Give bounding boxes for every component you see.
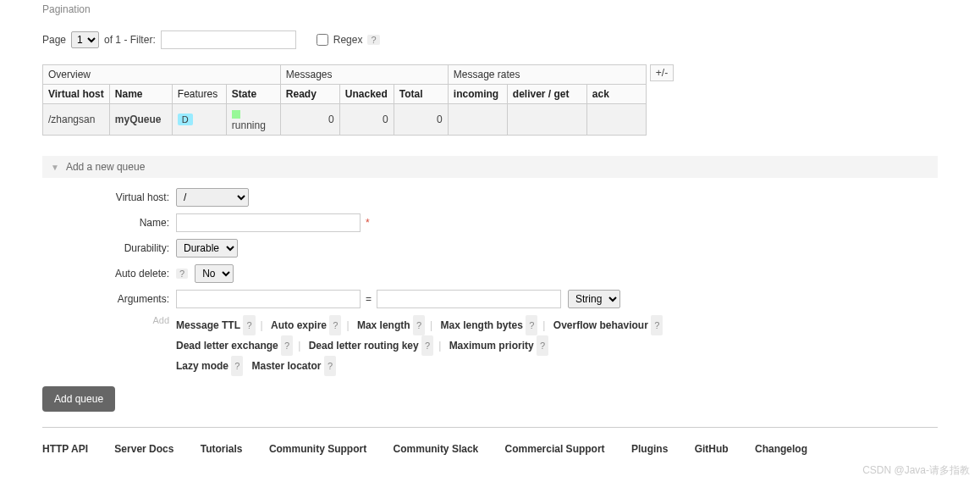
col-group-overview: Overview: [43, 65, 281, 85]
page-of-label: of 1 - Filter:: [104, 34, 156, 46]
pagination-header: Pagination: [42, 0, 938, 22]
footer-nav: HTTP API Server Docs Tutorials Community…: [0, 436, 980, 462]
argument-type-select[interactable]: String: [568, 290, 620, 308]
col-name[interactable]: Name: [109, 85, 172, 104]
hint-overflow[interactable]: Overflow behaviour: [553, 319, 648, 331]
vhost-label: Virtual host:: [42, 191, 176, 203]
queues-table: Overview Messages Message rates Virtual …: [42, 64, 647, 136]
hint-master-locator[interactable]: Master locator: [252, 360, 322, 372]
state-running-icon: [232, 110, 240, 119]
chevron-down-icon: ▼: [51, 163, 59, 172]
footer-github[interactable]: GitHub: [695, 443, 729, 455]
hint-master-help-icon[interactable]: ?: [324, 356, 336, 376]
col-ack[interactable]: ack: [586, 85, 646, 104]
cell-deliver: [507, 104, 586, 136]
hint-max-length[interactable]: Max length: [357, 319, 410, 331]
cell-incoming: [448, 104, 507, 136]
name-input[interactable]: [176, 213, 361, 232]
col-incoming[interactable]: incoming: [448, 85, 507, 104]
footer-server-docs[interactable]: Server Docs: [114, 443, 173, 455]
col-unacked[interactable]: Unacked: [339, 85, 394, 104]
add-queue-title: Add a new queue: [66, 161, 145, 173]
col-state[interactable]: State: [226, 85, 280, 104]
cell-total: 0: [394, 104, 448, 136]
hint-message-ttl-help-icon[interactable]: ?: [243, 315, 255, 335]
page-label: Page: [42, 34, 66, 46]
footer-divider: [42, 427, 938, 428]
hint-max-priority[interactable]: Maximum priority: [449, 340, 534, 352]
required-icon: *: [366, 217, 370, 229]
footer-changelog[interactable]: Changelog: [755, 443, 807, 455]
cell-vhost: /zhangsan: [43, 104, 110, 136]
cell-features: D: [172, 104, 226, 136]
argument-hints: Message TTL ?| Auto expire ?| Max length…: [176, 315, 938, 376]
vhost-select[interactable]: /: [176, 188, 249, 207]
footer-http-api[interactable]: HTTP API: [42, 443, 88, 455]
filter-input[interactable]: [161, 30, 296, 49]
col-features[interactable]: Features: [172, 85, 226, 104]
autodelete-select[interactable]: No: [195, 264, 234, 283]
cell-ack: [586, 104, 646, 136]
col-vhost[interactable]: Virtual host: [43, 85, 110, 104]
hint-lazy-mode[interactable]: Lazy mode: [176, 360, 228, 372]
hint-auto-expire[interactable]: Auto expire: [271, 319, 327, 331]
footer-plugins[interactable]: Plugins: [631, 443, 668, 455]
col-deliver[interactable]: deliver / get: [507, 85, 586, 104]
hint-overflow-help-icon[interactable]: ?: [651, 315, 663, 335]
hint-dlrk-help-icon[interactable]: ?: [421, 335, 433, 356]
durable-badge-icon: D: [178, 114, 193, 125]
add-queue-collapser[interactable]: ▼ Add a new queue: [42, 156, 938, 178]
footer-community-slack[interactable]: Community Slack: [394, 443, 479, 455]
col-ready[interactable]: Ready: [280, 85, 339, 104]
cell-unacked: 0: [339, 104, 394, 136]
regex-checkbox[interactable]: [317, 34, 328, 46]
cell-state: running: [226, 104, 280, 136]
equals-icon: =: [366, 293, 372, 305]
footer-commercial-support[interactable]: Commercial Support: [505, 443, 605, 455]
hint-max-priority-help-icon[interactable]: ?: [537, 335, 548, 356]
regex-label: Regex: [333, 34, 363, 46]
hint-dlrk[interactable]: Dead letter routing key: [309, 340, 419, 352]
durability-select[interactable]: Durable: [176, 239, 238, 258]
add-hint-label: Add: [42, 315, 176, 376]
argument-value-input[interactable]: [377, 290, 561, 308]
durability-label: Durability:: [42, 242, 176, 254]
regex-help-icon[interactable]: ?: [367, 35, 379, 45]
footer-tutorials[interactable]: Tutorials: [201, 443, 243, 455]
name-label: Name:: [42, 217, 176, 229]
hint-lazy-help-icon[interactable]: ?: [231, 356, 243, 376]
table-row: /zhangsan myQueue D running 0 0 0: [43, 104, 647, 136]
hint-max-length-help-icon[interactable]: ?: [413, 315, 425, 335]
argument-key-input[interactable]: [176, 290, 361, 308]
footer-community-support[interactable]: Community Support: [269, 443, 366, 455]
col-group-rates: Message rates: [448, 65, 646, 85]
cell-name[interactable]: myQueue: [109, 104, 172, 136]
col-total[interactable]: Total: [394, 85, 448, 104]
watermark: CSDN @Java-请多指教: [0, 462, 980, 479]
cell-ready: 0: [280, 104, 339, 136]
arguments-label: Arguments:: [42, 293, 176, 305]
hint-dlx-help-icon[interactable]: ?: [281, 335, 293, 356]
autodelete-label: Auto delete:: [42, 268, 176, 280]
hint-auto-expire-help-icon[interactable]: ?: [329, 315, 341, 335]
hint-max-length-bytes[interactable]: Max length bytes: [441, 319, 523, 331]
add-queue-button[interactable]: Add queue: [42, 386, 115, 412]
page-select[interactable]: 1: [71, 31, 99, 48]
col-group-messages: Messages: [280, 65, 448, 85]
autodelete-help-icon[interactable]: ?: [176, 269, 188, 279]
hint-max-length-bytes-help-icon[interactable]: ?: [526, 315, 537, 335]
pagination-controls: Page 1 of 1 - Filter: Regex ?: [42, 22, 938, 64]
columns-toggle-button[interactable]: +/-: [650, 64, 674, 81]
hint-message-ttl[interactable]: Message TTL: [176, 319, 240, 331]
hint-dlx[interactable]: Dead letter exchange: [176, 340, 278, 352]
